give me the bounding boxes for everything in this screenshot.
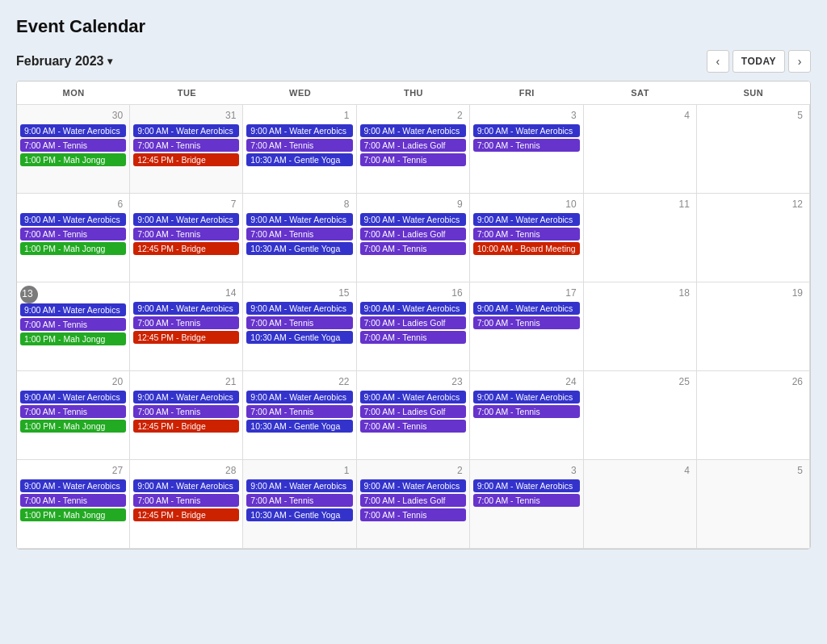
day-number: 16 bbox=[360, 286, 466, 302]
event[interactable]: 7:00 AM - Tennis bbox=[20, 318, 126, 331]
event[interactable]: 12:45 PM - Bridge bbox=[133, 331, 239, 344]
event[interactable]: 10:30 AM - Gentle Yoga bbox=[246, 508, 352, 521]
event[interactable]: 9:00 AM - Water Aerobics bbox=[360, 302, 466, 315]
day-cell: 319:00 AM - Water Aerobics7:00 AM - Tenn… bbox=[130, 105, 243, 194]
event[interactable]: 9:00 AM - Water Aerobics bbox=[133, 391, 239, 404]
event[interactable]: 7:00 AM - Tennis bbox=[246, 228, 352, 240]
event[interactable]: 7:00 AM - Tennis bbox=[473, 228, 580, 240]
day-cell: 249:00 AM - Water Aerobics7:00 AM - Tenn… bbox=[470, 371, 584, 460]
event[interactable]: 9:00 AM - Water Aerobics bbox=[473, 124, 580, 137]
event[interactable]: 1:00 PM - Mah Jongg bbox=[20, 420, 126, 433]
event[interactable]: 7:00 AM - Tennis bbox=[20, 228, 126, 240]
calendar-wrapper: MONTUEWEDTHUFRISATSUN 309:00 AM - Water … bbox=[16, 81, 811, 550]
day-number: 28 bbox=[133, 463, 239, 479]
event[interactable]: 9:00 AM - Water Aerobics bbox=[473, 213, 580, 226]
event[interactable]: 10:00 AM - Board Meeting bbox=[473, 242, 580, 255]
day-header: SAT bbox=[583, 82, 696, 104]
event[interactable]: 1:00 PM - Mah Jongg bbox=[20, 153, 126, 166]
event[interactable]: 9:00 AM - Water Aerobics bbox=[246, 479, 352, 492]
day-cell: 89:00 AM - Water Aerobics7:00 AM - Tenni… bbox=[243, 194, 356, 282]
event[interactable]: 7:00 AM - Tennis bbox=[246, 139, 352, 152]
event[interactable]: 10:30 AM - Gentle Yoga bbox=[246, 331, 352, 344]
event[interactable]: 7:00 AM - Tennis bbox=[360, 331, 466, 344]
page-title: Event Calendar bbox=[16, 16, 811, 37]
event[interactable]: 12:45 PM - Bridge bbox=[133, 242, 239, 255]
day-cell: 19:00 AM - Water Aerobics7:00 AM - Tenni… bbox=[243, 460, 356, 549]
event[interactable]: 9:00 AM - Water Aerobics bbox=[133, 302, 239, 315]
event[interactable]: 10:30 AM - Gentle Yoga bbox=[246, 153, 352, 166]
day-cell: 219:00 AM - Water Aerobics7:00 AM - Tenn… bbox=[130, 371, 243, 460]
event[interactable]: 7:00 AM - Tennis bbox=[246, 494, 352, 507]
event[interactable]: 7:00 AM - Tennis bbox=[20, 139, 126, 152]
event[interactable]: 9:00 AM - Water Aerobics bbox=[246, 213, 352, 226]
next-button[interactable]: › bbox=[788, 50, 811, 73]
event[interactable]: 9:00 AM - Water Aerobics bbox=[20, 479, 126, 492]
event[interactable]: 9:00 AM - Water Aerobics bbox=[20, 303, 126, 316]
day-number: 23 bbox=[360, 374, 466, 391]
event[interactable]: 9:00 AM - Water Aerobics bbox=[20, 124, 126, 137]
event[interactable]: 9:00 AM - Water Aerobics bbox=[133, 124, 239, 137]
event[interactable]: 7:00 AM - Ladies Golf bbox=[360, 316, 466, 329]
event[interactable]: 7:00 AM - Tennis bbox=[360, 508, 466, 521]
event[interactable]: 9:00 AM - Water Aerobics bbox=[360, 213, 466, 226]
event[interactable]: 12:45 PM - Bridge bbox=[133, 420, 239, 433]
month-selector[interactable]: February 2023 ▾ bbox=[16, 54, 112, 69]
today-button[interactable]: TODAY bbox=[733, 50, 785, 73]
event[interactable]: 7:00 AM - Tennis bbox=[133, 494, 239, 507]
event[interactable]: 7:00 AM - Tennis bbox=[360, 242, 466, 255]
event[interactable]: 9:00 AM - Water Aerobics bbox=[360, 124, 466, 137]
day-number: 10 bbox=[473, 197, 580, 213]
event[interactable]: 7:00 AM - Tennis bbox=[473, 139, 580, 152]
event[interactable]: 9:00 AM - Water Aerobics bbox=[246, 124, 352, 137]
event[interactable]: 7:00 AM - Tennis bbox=[133, 139, 239, 152]
event[interactable]: 12:45 PM - Bridge bbox=[133, 153, 239, 166]
event[interactable]: 9:00 AM - Water Aerobics bbox=[473, 302, 580, 315]
event[interactable]: 9:00 AM - Water Aerobics bbox=[20, 213, 126, 226]
event[interactable]: 9:00 AM - Water Aerobics bbox=[473, 391, 580, 404]
day-cell: 26 bbox=[697, 371, 810, 460]
event[interactable]: 7:00 AM - Tennis bbox=[20, 494, 126, 507]
event[interactable]: 7:00 AM - Ladies Golf bbox=[360, 405, 466, 418]
day-number: 24 bbox=[473, 374, 580, 391]
event[interactable]: 9:00 AM - Water Aerobics bbox=[246, 302, 352, 315]
event[interactable]: 7:00 AM - Tennis bbox=[473, 494, 580, 507]
event[interactable]: 7:00 AM - Tennis bbox=[246, 316, 352, 329]
event[interactable]: 9:00 AM - Water Aerobics bbox=[20, 391, 126, 404]
event[interactable]: 7:00 AM - Ladies Golf bbox=[360, 228, 466, 240]
event[interactable]: 7:00 AM - Tennis bbox=[133, 405, 239, 418]
day-header: MON bbox=[17, 82, 130, 104]
event[interactable]: 9:00 AM - Water Aerobics bbox=[133, 213, 239, 226]
event[interactable]: 9:00 AM - Water Aerobics bbox=[473, 479, 580, 492]
prev-button[interactable]: ‹ bbox=[707, 50, 729, 73]
event[interactable]: 9:00 AM - Water Aerobics bbox=[360, 391, 466, 404]
event[interactable]: 10:30 AM - Gentle Yoga bbox=[246, 420, 352, 433]
event[interactable]: 7:00 AM - Tennis bbox=[20, 405, 126, 418]
event[interactable]: 1:00 PM - Mah Jongg bbox=[20, 508, 126, 521]
event[interactable]: 7:00 AM - Tennis bbox=[133, 316, 239, 329]
day-cell: 39:00 AM - Water Aerobics7:00 AM - Tenni… bbox=[470, 105, 584, 194]
day-cell: 239:00 AM - Water Aerobics7:00 AM - Ladi… bbox=[357, 371, 470, 460]
day-number: 27 bbox=[20, 463, 126, 479]
event[interactable]: 7:00 AM - Tennis bbox=[246, 405, 352, 418]
day-cell: 69:00 AM - Water Aerobics7:00 AM - Tenni… bbox=[17, 194, 130, 282]
event[interactable]: 1:00 PM - Mah Jongg bbox=[20, 332, 126, 345]
event[interactable]: 1:00 PM - Mah Jongg bbox=[20, 242, 126, 255]
day-cell: 19:00 AM - Water Aerobics7:00 AM - Tenni… bbox=[243, 105, 356, 194]
event[interactable]: 12:45 PM - Bridge bbox=[133, 508, 239, 521]
day-number: 30 bbox=[20, 108, 126, 124]
event[interactable]: 7:00 AM - Tennis bbox=[360, 153, 466, 166]
event[interactable]: 9:00 AM - Water Aerobics bbox=[133, 479, 239, 492]
event[interactable]: 7:00 AM - Ladies Golf bbox=[360, 494, 466, 507]
event[interactable]: 9:00 AM - Water Aerobics bbox=[246, 391, 352, 404]
event[interactable]: 7:00 AM - Tennis bbox=[360, 420, 466, 433]
event[interactable]: 9:00 AM - Water Aerobics bbox=[360, 479, 466, 492]
event[interactable]: 7:00 AM - Tennis bbox=[133, 228, 239, 240]
day-number: 1 bbox=[246, 108, 352, 124]
event[interactable]: 7:00 AM - Tennis bbox=[473, 316, 580, 329]
day-number: 17 bbox=[473, 286, 580, 302]
day-cell: 19 bbox=[697, 282, 810, 371]
event[interactable]: 7:00 AM - Ladies Golf bbox=[360, 139, 466, 152]
event[interactable]: 10:30 AM - Gentle Yoga bbox=[246, 242, 352, 255]
event[interactable]: 7:00 AM - Tennis bbox=[473, 405, 580, 418]
day-number: 25 bbox=[587, 374, 693, 391]
